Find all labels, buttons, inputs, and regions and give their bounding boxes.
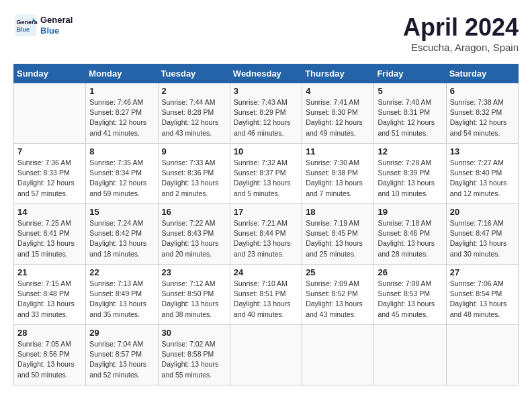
- calendar-cell: 24Sunrise: 7:10 AMSunset: 8:51 PMDayligh…: [230, 265, 302, 325]
- calendar-cell: 25Sunrise: 7:09 AMSunset: 8:52 PMDayligh…: [302, 265, 374, 325]
- day-info: Sunrise: 7:21 AMSunset: 8:44 PMDaylight:…: [234, 218, 298, 259]
- day-number: 7: [17, 146, 82, 156]
- day-number: 6: [450, 86, 515, 96]
- day-info: Sunrise: 7:32 AMSunset: 8:37 PMDaylight:…: [234, 158, 298, 199]
- weekday-header: Thursday: [302, 64, 374, 83]
- day-info: Sunrise: 7:46 AMSunset: 8:27 PMDaylight:…: [89, 97, 154, 138]
- weekday-header: Friday: [374, 64, 446, 83]
- day-number: 28: [17, 328, 82, 338]
- day-number: 23: [162, 267, 226, 277]
- day-number: 26: [378, 267, 442, 277]
- day-number: 4: [306, 86, 370, 96]
- calendar-cell: 14Sunrise: 7:25 AMSunset: 8:41 PMDayligh…: [14, 204, 86, 265]
- day-info: Sunrise: 7:18 AMSunset: 8:46 PMDaylight:…: [378, 218, 442, 259]
- day-number: 2: [162, 86, 226, 96]
- calendar-cell: [14, 83, 86, 144]
- svg-text:Blue: Blue: [17, 26, 30, 33]
- weekday-header: Sunday: [14, 64, 86, 83]
- day-info: Sunrise: 7:05 AMSunset: 8:56 PMDaylight:…: [17, 339, 82, 380]
- calendar-cell: 2Sunrise: 7:44 AMSunset: 8:28 PMDaylight…: [158, 83, 230, 144]
- day-info: Sunrise: 7:13 AMSunset: 8:49 PMDaylight:…: [89, 279, 154, 320]
- calendar-cell: 5Sunrise: 7:40 AMSunset: 8:31 PMDaylight…: [374, 83, 446, 144]
- calendar-week-row: 28Sunrise: 7:05 AMSunset: 8:56 PMDayligh…: [14, 325, 519, 385]
- calendar-week-row: 14Sunrise: 7:25 AMSunset: 8:41 PMDayligh…: [14, 204, 519, 265]
- logo-icon: General Blue: [13, 13, 38, 38]
- day-number: 19: [378, 207, 442, 217]
- calendar-cell: [230, 325, 302, 385]
- calendar-cell: 6Sunrise: 7:38 AMSunset: 8:32 PMDaylight…: [446, 83, 518, 144]
- day-info: Sunrise: 7:24 AMSunset: 8:42 PMDaylight:…: [89, 218, 154, 259]
- day-number: 3: [234, 86, 298, 96]
- calendar-cell: 27Sunrise: 7:06 AMSunset: 8:54 PMDayligh…: [446, 265, 518, 325]
- day-info: Sunrise: 7:19 AMSunset: 8:45 PMDaylight:…: [306, 218, 370, 259]
- logo: General Blue General Blue: [13, 13, 73, 38]
- weekday-header-row: SundayMondayTuesdayWednesdayThursdayFrid…: [14, 64, 519, 83]
- day-info: Sunrise: 7:02 AMSunset: 8:58 PMDaylight:…: [162, 339, 226, 380]
- day-number: 8: [89, 146, 154, 156]
- day-number: 22: [89, 267, 154, 277]
- day-info: Sunrise: 7:27 AMSunset: 8:40 PMDaylight:…: [450, 158, 515, 199]
- calendar-cell: 7Sunrise: 7:36 AMSunset: 8:33 PMDaylight…: [14, 144, 86, 204]
- weekday-header: Wednesday: [230, 64, 302, 83]
- weekday-header: Monday: [86, 64, 158, 83]
- calendar-week-row: 1Sunrise: 7:46 AMSunset: 8:27 PMDaylight…: [14, 83, 519, 144]
- calendar-cell: 16Sunrise: 7:22 AMSunset: 8:43 PMDayligh…: [158, 204, 230, 265]
- calendar-cell: 21Sunrise: 7:15 AMSunset: 8:48 PMDayligh…: [14, 265, 86, 325]
- day-number: 13: [450, 146, 515, 156]
- calendar-cell: 9Sunrise: 7:33 AMSunset: 8:36 PMDaylight…: [158, 144, 230, 204]
- calendar-cell: 13Sunrise: 7:27 AMSunset: 8:40 PMDayligh…: [446, 144, 518, 204]
- day-info: Sunrise: 7:28 AMSunset: 8:39 PMDaylight:…: [378, 158, 442, 199]
- calendar-cell: 23Sunrise: 7:12 AMSunset: 8:50 PMDayligh…: [158, 265, 230, 325]
- logo-text-line2: Blue: [40, 26, 73, 36]
- day-number: 17: [234, 207, 298, 217]
- day-info: Sunrise: 7:38 AMSunset: 8:32 PMDaylight:…: [450, 97, 515, 138]
- calendar-table: SundayMondayTuesdayWednesdayThursdayFrid…: [13, 64, 519, 385]
- day-number: 30: [162, 328, 226, 338]
- calendar-cell: 30Sunrise: 7:02 AMSunset: 8:58 PMDayligh…: [158, 325, 230, 385]
- day-number: 16: [162, 207, 226, 217]
- day-number: 10: [234, 146, 298, 156]
- calendar-week-row: 7Sunrise: 7:36 AMSunset: 8:33 PMDaylight…: [14, 144, 519, 204]
- calendar-cell: [374, 325, 446, 385]
- calendar-cell: 18Sunrise: 7:19 AMSunset: 8:45 PMDayligh…: [302, 204, 374, 265]
- weekday-header: Saturday: [446, 64, 518, 83]
- location: Escucha, Aragon, Spain: [403, 42, 519, 53]
- calendar-cell: 10Sunrise: 7:32 AMSunset: 8:37 PMDayligh…: [230, 144, 302, 204]
- day-info: Sunrise: 7:36 AMSunset: 8:33 PMDaylight:…: [17, 158, 82, 199]
- day-info: Sunrise: 7:33 AMSunset: 8:36 PMDaylight:…: [162, 158, 226, 199]
- day-info: Sunrise: 7:12 AMSunset: 8:50 PMDaylight:…: [162, 279, 226, 320]
- day-info: Sunrise: 7:44 AMSunset: 8:28 PMDaylight:…: [162, 97, 226, 138]
- day-info: Sunrise: 7:08 AMSunset: 8:53 PMDaylight:…: [378, 279, 442, 320]
- day-info: Sunrise: 7:35 AMSunset: 8:34 PMDaylight:…: [89, 158, 154, 199]
- day-info: Sunrise: 7:15 AMSunset: 8:48 PMDaylight:…: [17, 279, 82, 320]
- calendar-cell: 8Sunrise: 7:35 AMSunset: 8:34 PMDaylight…: [86, 144, 158, 204]
- day-number: 15: [89, 207, 154, 217]
- day-number: 20: [450, 207, 515, 217]
- day-number: 5: [378, 86, 442, 96]
- title-block: April 2024 Escucha, Aragon, Spain: [403, 13, 519, 53]
- calendar-cell: 11Sunrise: 7:30 AMSunset: 8:38 PMDayligh…: [302, 144, 374, 204]
- logo-text-line1: General: [40, 15, 73, 26]
- calendar-cell: 28Sunrise: 7:05 AMSunset: 8:56 PMDayligh…: [14, 325, 86, 385]
- weekday-header: Tuesday: [158, 64, 230, 83]
- day-number: 24: [234, 267, 298, 277]
- day-info: Sunrise: 7:22 AMSunset: 8:43 PMDaylight:…: [162, 218, 226, 259]
- calendar-cell: 15Sunrise: 7:24 AMSunset: 8:42 PMDayligh…: [86, 204, 158, 265]
- calendar-cell: 22Sunrise: 7:13 AMSunset: 8:49 PMDayligh…: [86, 265, 158, 325]
- day-number: 18: [306, 207, 370, 217]
- calendar-cell: 3Sunrise: 7:43 AMSunset: 8:29 PMDaylight…: [230, 83, 302, 144]
- day-number: 29: [89, 328, 154, 338]
- calendar-cell: 20Sunrise: 7:16 AMSunset: 8:47 PMDayligh…: [446, 204, 518, 265]
- day-info: Sunrise: 7:30 AMSunset: 8:38 PMDaylight:…: [306, 158, 370, 199]
- day-number: 9: [162, 146, 226, 156]
- day-info: Sunrise: 7:41 AMSunset: 8:30 PMDaylight:…: [306, 97, 370, 138]
- calendar-cell: 4Sunrise: 7:41 AMSunset: 8:30 PMDaylight…: [302, 83, 374, 144]
- day-number: 25: [306, 267, 370, 277]
- day-info: Sunrise: 7:40 AMSunset: 8:31 PMDaylight:…: [378, 97, 442, 138]
- day-number: 11: [306, 146, 370, 156]
- day-number: 12: [378, 146, 442, 156]
- day-info: Sunrise: 7:10 AMSunset: 8:51 PMDaylight:…: [234, 279, 298, 320]
- day-info: Sunrise: 7:06 AMSunset: 8:54 PMDaylight:…: [450, 279, 515, 320]
- calendar-cell: 1Sunrise: 7:46 AMSunset: 8:27 PMDaylight…: [86, 83, 158, 144]
- calendar-cell: 26Sunrise: 7:08 AMSunset: 8:53 PMDayligh…: [374, 265, 446, 325]
